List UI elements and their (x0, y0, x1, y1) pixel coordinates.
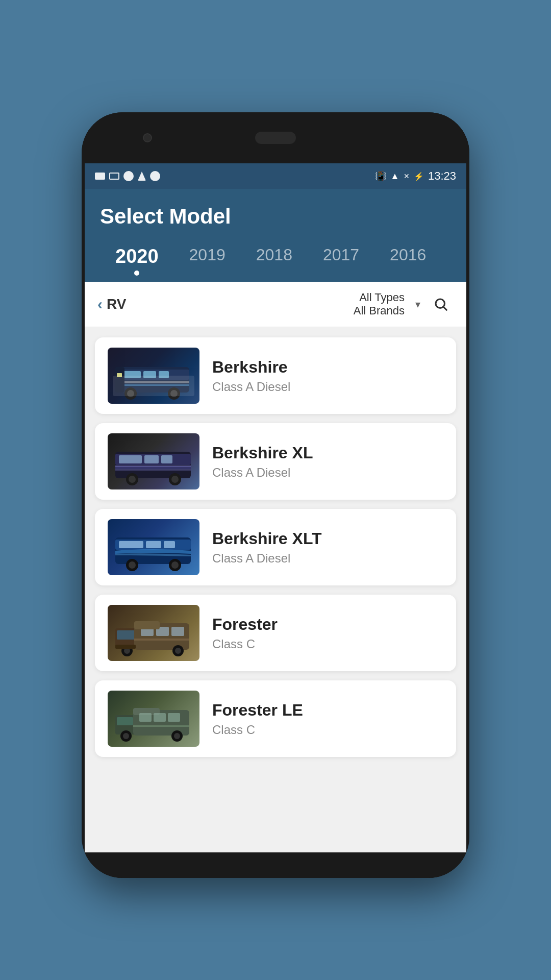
svg-rect-53 (168, 713, 180, 722)
signal-icon: ✕ (404, 172, 410, 180)
model-info-berkshire: Berkshire Class A Diesel (212, 358, 443, 394)
filter-type-label: All Types (359, 291, 405, 304)
svg-point-23 (171, 476, 179, 483)
phone-screen: 📳 ▲ ✕ ⚡ 13:23 Select Model 2020 2019 201… (85, 163, 466, 852)
status-icon-3 (123, 171, 134, 181)
status-bar: 📳 ▲ ✕ ⚡ 13:23 (85, 163, 466, 189)
content-area: ‹ RV All Types All Brands ▾ (85, 282, 466, 852)
svg-point-57 (174, 733, 180, 739)
svg-rect-5 (143, 371, 156, 378)
svg-rect-27 (119, 541, 143, 548)
status-icon-2 (109, 173, 119, 180)
phone-shell: 📳 ▲ ✕ ⚡ 13:23 Select Model 2020 2019 201… (82, 112, 469, 878)
svg-rect-52 (154, 713, 166, 722)
model-name-forester: Forester (212, 615, 443, 634)
model-image-berkshire-xl (108, 433, 199, 489)
model-type-berkshire-xl: Class A Diesel (212, 465, 443, 480)
back-arrow-icon: ‹ (97, 296, 103, 313)
svg-rect-12 (115, 384, 189, 386)
status-icon-4 (138, 172, 146, 181)
status-icon-1 (95, 173, 105, 180)
search-button[interactable] (428, 291, 454, 317)
model-name-berkshire-xlt: Berkshire XLT (212, 529, 443, 548)
model-type-berkshire-xlt: Class A Diesel (212, 551, 443, 566)
model-name-berkshire: Berkshire (212, 358, 443, 377)
model-image-forester-le (108, 691, 199, 747)
model-card-berkshire-xlt[interactable]: Berkshire XLT Class A Diesel (95, 509, 456, 585)
svg-rect-6 (159, 371, 169, 378)
svg-line-1 (444, 307, 446, 310)
svg-rect-46 (134, 639, 189, 641)
back-label: RV (107, 296, 126, 312)
svg-rect-29 (164, 541, 175, 548)
search-icon (433, 297, 448, 312)
status-icons-right: 📳 ▲ ✕ ⚡ 13:23 (375, 169, 456, 183)
year-tab-2019[interactable]: 2019 (174, 241, 241, 276)
model-name-berkshire-xl: Berkshire XL (212, 444, 443, 462)
svg-rect-58 (133, 725, 189, 727)
svg-point-10 (170, 390, 178, 397)
app-header: Select Model 2020 2019 2018 2017 2016 (85, 189, 466, 282)
model-card-forester[interactable]: Forester Class C (95, 595, 456, 671)
wifi-icon: ▲ (390, 171, 399, 182)
model-info-berkshire-xlt: Berkshire XLT Class A Diesel (212, 529, 443, 566)
filter-bar: ‹ RV All Types All Brands ▾ (85, 282, 466, 327)
filter-brand-label: All Brands (354, 304, 405, 317)
year-tab-2016[interactable]: 2016 (374, 241, 441, 276)
svg-rect-24 (115, 465, 191, 467)
app-header-title: Select Model (100, 204, 451, 229)
filter-dropdown[interactable]: All Types All Brands (354, 291, 405, 317)
model-card-forester-le[interactable]: Forester LE Class C (95, 680, 456, 757)
status-icon-5 (150, 171, 160, 181)
svg-rect-18 (144, 455, 159, 463)
model-card-berkshire[interactable]: Berkshire Class A Diesel (95, 337, 456, 414)
model-list: Berkshire Class A Diesel (85, 327, 466, 767)
svg-point-7 (124, 387, 137, 400)
svg-point-44 (175, 648, 181, 654)
svg-rect-35 (117, 630, 135, 640)
svg-point-21 (129, 476, 136, 483)
model-card-berkshire-xl[interactable]: Berkshire XL Class A Diesel (95, 423, 456, 500)
year-tab-2018[interactable]: 2018 (241, 241, 308, 276)
dropdown-arrow-icon: ▾ (415, 298, 420, 310)
phone-speaker (255, 132, 296, 144)
svg-point-31 (129, 561, 136, 569)
model-type-forester-le: Class C (212, 723, 443, 737)
svg-rect-17 (119, 455, 142, 463)
year-tabs: 2020 2019 2018 2017 2016 (100, 241, 451, 282)
svg-point-8 (127, 390, 134, 397)
model-name-forester-le: Forester LE (212, 701, 443, 720)
phone-top (82, 112, 469, 163)
model-type-berkshire: Class A Diesel (212, 380, 443, 394)
vibrate-icon: 📳 (375, 170, 386, 182)
svg-rect-19 (161, 455, 172, 463)
svg-rect-13 (115, 367, 124, 393)
model-info-forester-le: Forester LE Class C (212, 701, 443, 737)
back-navigation[interactable]: ‹ RV (97, 296, 126, 313)
svg-point-33 (171, 561, 179, 569)
model-image-berkshire-xlt (108, 519, 199, 575)
filter-right: All Types All Brands ▾ (354, 291, 454, 317)
svg-rect-28 (146, 541, 161, 548)
model-info-forester: Forester Class C (212, 615, 443, 651)
svg-point-9 (168, 387, 180, 400)
svg-rect-14 (117, 373, 122, 377)
svg-rect-11 (115, 381, 189, 383)
year-tab-2020[interactable]: 2020 (100, 241, 174, 276)
svg-rect-51 (139, 713, 152, 722)
model-image-forester (108, 605, 199, 661)
year-tab-2017[interactable]: 2017 (308, 241, 374, 276)
model-info-berkshire-xl: Berkshire XL Class A Diesel (212, 444, 443, 480)
status-time: 13:23 (428, 169, 456, 183)
svg-rect-39 (171, 627, 184, 636)
model-type-forester: Class C (212, 637, 443, 651)
svg-point-55 (123, 733, 129, 739)
model-image-berkshire (108, 348, 199, 404)
phone-bottom (82, 852, 469, 878)
status-icons-left (95, 171, 160, 181)
front-camera (143, 133, 152, 142)
battery-icon: ⚡ (414, 172, 424, 181)
svg-rect-45 (115, 645, 136, 649)
svg-rect-48 (117, 717, 133, 725)
svg-rect-40 (134, 621, 160, 629)
